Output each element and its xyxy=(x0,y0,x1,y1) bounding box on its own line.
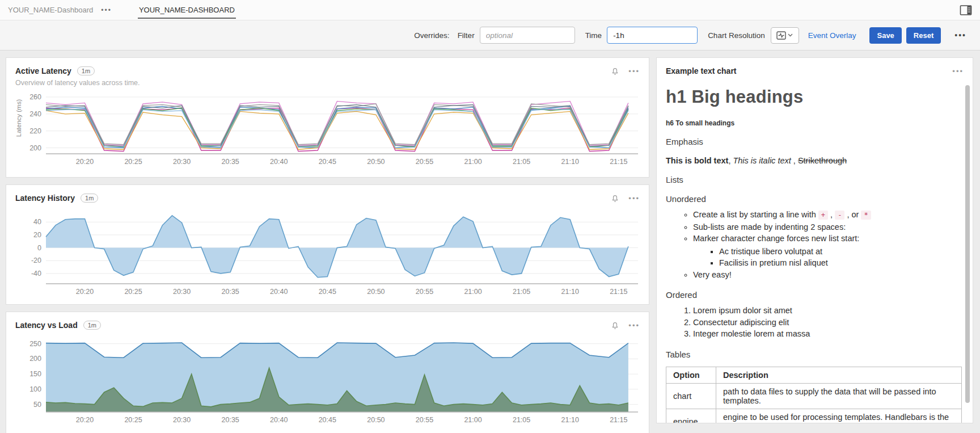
svg-text:20:55: 20:55 xyxy=(416,288,433,296)
list-item: Integer molestie lorem at massa xyxy=(693,328,964,340)
svg-text:200: 200 xyxy=(29,355,41,363)
dashboard-group-menu-icon[interactable]: ••• xyxy=(101,7,112,14)
event-overlay-link[interactable]: Event Overlay xyxy=(808,31,856,40)
svg-text:100: 100 xyxy=(29,385,41,393)
svg-text:21:10: 21:10 xyxy=(561,288,579,296)
tables-heading: Tables xyxy=(666,350,964,359)
list-item: Facilisis in pretium nisl aliquet xyxy=(719,257,964,269)
chart-subtitle: Overview of latency values across time. xyxy=(15,79,640,87)
svg-text:20:55: 20:55 xyxy=(416,416,433,424)
code-span: * xyxy=(861,211,871,220)
svg-text:0: 0 xyxy=(37,244,41,252)
active-latency-chart[interactable]: 20022024026020:2020:2520:3020:3520:4020:… xyxy=(15,89,641,167)
dashboard-grid: Active Latency 1m ••• Overview of latenc… xyxy=(0,51,980,433)
alert-bell-icon[interactable] xyxy=(610,193,620,203)
chart-resolution-dropdown[interactable] xyxy=(771,27,799,44)
tab-dashboard[interactable]: YOUR_NAME-DASHBOARD xyxy=(138,1,236,19)
svg-text:21:15: 21:15 xyxy=(610,416,627,424)
markdown-h1: h1 Big headings xyxy=(666,87,964,107)
lists-heading: Lists xyxy=(666,175,964,184)
emphasis-line: This is bold text, This is italic text ,… xyxy=(666,156,964,165)
svg-text:20:55: 20:55 xyxy=(416,158,433,166)
markdown-table: Option Description chart path to data fi… xyxy=(666,367,962,424)
resolution-badge: 1m xyxy=(83,321,101,330)
svg-text:20:20: 20:20 xyxy=(76,416,94,424)
svg-text:20:20: 20:20 xyxy=(76,288,94,296)
svg-text:21:15: 21:15 xyxy=(610,158,627,166)
chart-panel-active-latency: Active Latency 1m ••• Overview of latenc… xyxy=(6,57,649,178)
latency-vs-load-chart[interactable]: 5010015020025020:2020:2520:3020:3520:402… xyxy=(15,334,641,426)
unordered-list: Create a list by starting a line with + … xyxy=(666,209,964,280)
latency-history-chart[interactable]: 40200-20-4020:2020:2520:3020:3520:4020:4… xyxy=(15,207,641,297)
svg-text:20:40: 20:40 xyxy=(270,288,288,296)
table-header-cell: Description xyxy=(716,367,962,383)
resolution-badge: 1m xyxy=(77,66,95,75)
svg-text:20:35: 20:35 xyxy=(222,416,239,424)
svg-text:20:45: 20:45 xyxy=(319,416,336,424)
text-chart-panel: Example text chart ••• h1 Big headings h… xyxy=(656,57,973,423)
svg-text:20:35: 20:35 xyxy=(222,158,239,166)
chart-menu-icon[interactable]: ••• xyxy=(952,68,964,75)
dashboard-group-name[interactable]: YOUR_NAME-Dashboard xyxy=(8,6,93,14)
chart-panel-latency-vs-load: Latency vs Load 1m ••• 5010015020025020:… xyxy=(6,312,649,433)
list-item: Sub-lists are made by indenting 2 spaces… xyxy=(693,221,964,233)
table-row: chart path to data files to supply the d… xyxy=(666,383,962,409)
save-button[interactable]: Save xyxy=(869,27,901,44)
svg-text:240: 240 xyxy=(29,110,41,118)
ordered-heading: Ordered xyxy=(666,290,964,300)
svg-text:20:25: 20:25 xyxy=(124,288,142,296)
svg-text:150: 150 xyxy=(29,370,41,378)
svg-text:20:50: 20:50 xyxy=(367,288,385,296)
chart-title: Latency vs Load xyxy=(15,321,78,330)
time-input[interactable] xyxy=(607,27,698,44)
code-span: - xyxy=(835,211,844,220)
overrides-toolbar: Overrides: Filter Time Chart Resolution … xyxy=(0,20,980,51)
list-item: Lorem ipsum dolor sit amet xyxy=(693,305,964,317)
svg-text:21:05: 21:05 xyxy=(513,288,530,296)
list-item: Consectetur adipiscing elit xyxy=(693,317,964,329)
list-item: Create a list by starting a line with + … xyxy=(693,209,964,221)
emphasis-heading: Emphasis xyxy=(666,137,964,146)
svg-text:250: 250 xyxy=(29,340,41,348)
table-header-cell: Option xyxy=(666,367,716,383)
top-navigation-bar: YOUR_NAME-Dashboard ••• YOUR_NAME-DASHBO… xyxy=(0,0,980,20)
svg-text:20: 20 xyxy=(33,231,41,239)
chart-panel-latency-history: Latency History 1m ••• 40200-20-4020:202… xyxy=(6,184,649,305)
svg-text:20:25: 20:25 xyxy=(124,416,142,424)
svg-text:20:40: 20:40 xyxy=(270,158,288,166)
filter-label: Filter xyxy=(458,31,475,40)
scrollbar-thumb[interactable] xyxy=(965,85,970,403)
svg-text:20:40: 20:40 xyxy=(270,416,288,424)
svg-text:20:45: 20:45 xyxy=(319,158,336,166)
svg-text:21:15: 21:15 xyxy=(610,288,627,296)
svg-text:21:05: 21:05 xyxy=(513,158,530,166)
chart-menu-icon[interactable]: ••• xyxy=(628,322,640,329)
svg-text:21:10: 21:10 xyxy=(561,158,579,166)
toolbar-more-icon[interactable]: ••• xyxy=(954,31,966,39)
resolution-badge: 1m xyxy=(81,194,98,203)
markdown-h6: h6 To small headings xyxy=(666,119,964,127)
svg-text:260: 260 xyxy=(29,93,41,101)
time-label: Time xyxy=(585,31,602,40)
chart-title: Example text chart xyxy=(666,66,737,75)
sidebar-toggle-icon[interactable] xyxy=(960,5,972,16)
table-row: engine engine to be used for processing … xyxy=(666,409,962,423)
alert-bell-icon[interactable] xyxy=(610,66,620,76)
svg-text:40: 40 xyxy=(33,218,41,226)
alert-bell-icon[interactable] xyxy=(610,320,620,330)
svg-text:20:30: 20:30 xyxy=(173,288,191,296)
chart-menu-icon[interactable]: ••• xyxy=(628,68,640,75)
svg-text:20:35: 20:35 xyxy=(222,288,239,296)
pulse-chart-icon xyxy=(776,31,786,40)
svg-text:200: 200 xyxy=(29,144,41,152)
svg-text:21:10: 21:10 xyxy=(561,416,579,424)
svg-text:20:30: 20:30 xyxy=(173,416,191,424)
unordered-heading: Unordered xyxy=(666,194,964,204)
chart-menu-icon[interactable]: ••• xyxy=(628,195,640,202)
svg-text:20:30: 20:30 xyxy=(173,158,191,166)
list-item: Very easy! xyxy=(693,269,964,281)
chart-title: Latency History xyxy=(15,194,75,203)
reset-button[interactable]: Reset xyxy=(906,27,941,44)
filter-input[interactable] xyxy=(480,27,575,44)
svg-text:21:05: 21:05 xyxy=(513,416,530,424)
